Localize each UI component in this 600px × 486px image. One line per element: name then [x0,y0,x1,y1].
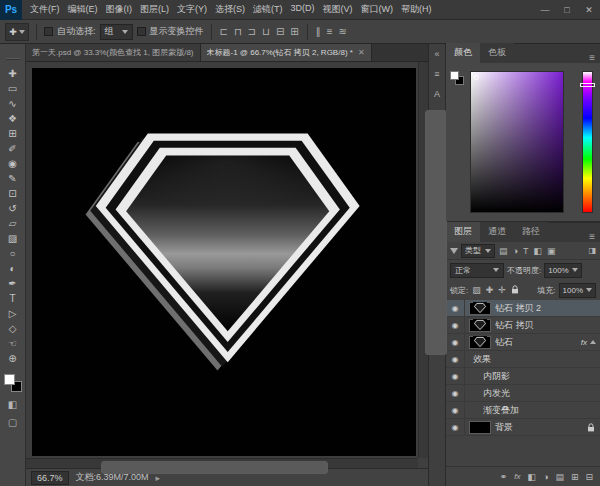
fx-row-gradient-overlay[interactable]: ◉ 渐变叠加 [446,402,600,419]
filter-shape-layers-icon[interactable]: ◧ [532,246,543,256]
zoom-level[interactable]: 66.7% [31,471,69,485]
blur-tool[interactable]: ○ [1,246,25,261]
add-layer-mask-icon[interactable]: ◧ [527,472,536,482]
delete-layer-icon[interactable]: ⊟ [585,472,593,482]
pen-tool[interactable]: ✒ [1,276,25,291]
menu-layer[interactable]: 图层(L) [136,0,173,19]
foreground-color-swatch[interactable] [450,71,459,80]
shape-tool[interactable]: ◇ [1,321,25,336]
gradient-tool[interactable]: ▨ [1,231,25,246]
auto-select-checkbox[interactable] [44,27,53,36]
layer-thumbnail[interactable] [469,336,491,349]
zoom-tool[interactable]: ⊕ [1,351,25,366]
tab-swatches[interactable]: 色板 [480,43,514,63]
close-button[interactable]: ✕ [578,0,600,20]
tab-layers[interactable]: 图层 [446,222,480,242]
tab-color[interactable]: 颜色 [446,43,480,63]
quick-mask-mode-icon[interactable]: ◧ [8,399,17,410]
align-vertical-center-icon[interactable]: ⊟ [275,24,285,40]
minimize-button[interactable]: — [534,0,556,20]
maximize-button[interactable]: □ [556,0,578,20]
lock-all-icon[interactable] [510,285,520,296]
layer-row-diamond[interactable]: ◉ 钻石 fx [446,334,600,351]
layer-thumbnail[interactable] [469,421,491,434]
horizontal-scrollbar[interactable] [26,458,418,468]
lasso-tool[interactable]: ∿ [1,96,25,111]
align-left-icon[interactable]: ⊏ [219,24,229,40]
hue-slider[interactable] [582,71,593,213]
filter-type-layers-icon[interactable]: T [522,246,530,256]
marquee-tool[interactable]: ▭ [1,81,25,96]
color-panel-swatches[interactable] [450,71,464,85]
add-layer-style-icon[interactable]: fx [514,472,520,481]
history-brush-tool[interactable]: ↺ [1,201,25,216]
layer-row-diamond-copy[interactable]: ◉ 钻石 拷贝 [446,317,600,334]
visibility-toggle[interactable]: ◉ [446,334,465,350]
filter-pixel-layers-icon[interactable]: ▤ [498,246,509,256]
foreground-background-swatches[interactable] [4,374,22,392]
color-picker-pointer[interactable] [474,75,479,80]
filter-smart-object-icon[interactable]: ▣ [546,246,557,256]
hand-tool[interactable]: ☜ [1,336,25,351]
menu-edit[interactable]: 编辑(E) [64,0,102,19]
align-horizontal-center-icon[interactable]: ⊓ [233,24,243,40]
toolbar-grip[interactable] [6,58,20,60]
document-canvas[interactable] [32,68,416,456]
lock-pixels-icon[interactable]: ✚ [485,285,495,295]
status-arrow-icon[interactable]: ▸ [156,473,161,483]
visibility-toggle[interactable]: ◉ [446,300,465,316]
filter-type-dropdown[interactable]: 类型 [461,244,495,258]
blend-mode-dropdown[interactable]: 正常 [450,263,504,278]
menu-view[interactable]: 视图(V) [319,0,357,19]
fx-row-inner-glow[interactable]: ◉ 内发光 [446,385,600,402]
menu-window[interactable]: 窗口(W) [357,0,398,19]
tab-document-2[interactable]: 未标题-1 @ 66.7%(钻石 拷贝 2, RGB/8) * ✕ [201,44,372,61]
menu-file[interactable]: 文件(F) [26,0,64,19]
link-layers-icon[interactable]: ⚭ [500,472,508,482]
layer-thumbnail[interactable] [469,302,491,315]
auto-select-dropdown[interactable]: 组 [100,24,133,40]
panel-menu-icon[interactable]: ≡ [584,52,600,63]
align-right-icon[interactable]: ⊐ [247,24,257,40]
align-bottom-icon[interactable]: ⊞ [289,24,299,40]
healing-brush-tool[interactable]: ◉ [1,156,25,171]
dodge-tool[interactable]: ◐ [1,261,25,276]
current-tool-badge[interactable]: ✚ [5,23,29,41]
clone-stamp-tool[interactable]: ⊡ [1,186,25,201]
scrollbar-thumb[interactable] [101,461,328,474]
visibility-toggle[interactable]: ◉ [446,385,465,401]
visibility-toggle[interactable]: ◉ [446,317,465,333]
tab-channels[interactable]: 通道 [480,222,514,242]
background-layer-row[interactable]: ◉ 背景 [446,419,600,436]
type-tool[interactable]: T [1,291,25,306]
new-group-icon[interactable]: ▤ [555,472,564,482]
layer-row-diamond-copy-2[interactable]: ◉ 钻石 拷贝 2 [446,300,600,317]
screen-mode-icon[interactable]: ▢ [8,417,17,428]
distribute-spacing-icon[interactable]: ≋ [338,24,348,40]
visibility-toggle[interactable]: ◉ [446,419,465,435]
layer-effects-badge[interactable]: fx [581,338,600,347]
menu-select[interactable]: 选择(S) [211,0,249,19]
visibility-toggle[interactable]: ◉ [446,402,465,418]
distribute-horizontal-icon[interactable]: ∥ [315,24,322,40]
quick-select-tool[interactable]: ❖ [1,111,25,126]
tab-paths[interactable]: 路径 [514,222,548,242]
vertical-scrollbar[interactable] [418,62,428,458]
menu-filter[interactable]: 滤镜(T) [249,0,287,19]
fill-input[interactable]: 100% [559,283,596,298]
align-top-icon[interactable]: ⊔ [261,24,271,40]
menu-type[interactable]: 文字(Y) [173,0,211,19]
saturation-brightness-field[interactable] [470,71,564,213]
properties-panel-icon[interactable]: ≡ [434,69,439,79]
effects-group-row[interactable]: ◉ 效果 [446,351,600,368]
move-tool[interactable]: ✚ [1,66,25,81]
path-select-tool[interactable]: ▷ [1,306,25,321]
menu-3d[interactable]: 3D(D) [287,0,319,19]
lock-position-icon[interactable]: ✛ [497,285,507,295]
filter-adjustment-layers-icon[interactable]: ◑ [512,246,519,256]
add-adjustment-layer-icon[interactable]: ◑ [543,472,548,482]
visibility-toggle[interactable]: ◉ [446,351,465,367]
collapse-panels-icon[interactable]: « [434,49,439,59]
scrollbar-thumb[interactable] [425,110,447,356]
new-layer-icon[interactable]: ⊞ [571,472,579,482]
